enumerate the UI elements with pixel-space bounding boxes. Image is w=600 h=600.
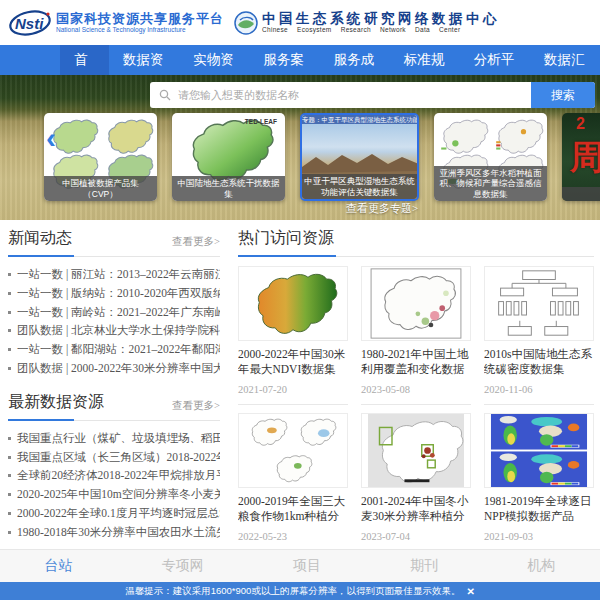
- carousel-prev-arrow-icon[interactable]: ‹: [46, 123, 56, 153]
- carousel-slide-cvp[interactable]: 中国植被数据产品集（CVP）: [44, 113, 157, 201]
- nav-item-data-aggregation[interactable]: 数据汇聚: [530, 45, 600, 75]
- latest-title: 最新数据资源: [8, 392, 104, 413]
- hot-resources-section: 热门访问资源 2000-2022年中国30米年最大NDVI数据集 2021-07…: [238, 228, 594, 549]
- main-navbar: 首页 数据资源 实物资源 服务案例 服务成效 标准规范 分析平台 数据汇聚: [0, 45, 600, 75]
- nsti-logo-icon: Nsti: [8, 7, 52, 39]
- notice-text: 温馨提示：建议采用1600*900或以上的屏幕分辨率，以得到页面最佳显示效果。: [125, 585, 460, 598]
- news-item[interactable]: 团队数据 | 2000-2022年30米分辨率中国大豆种...: [8, 359, 220, 378]
- hero-banner: 搜索 ‹ 中国植被数据产品集（CVP） TED-LEAF 中国陆地生态系统干扰数…: [0, 75, 600, 220]
- slide-topic-banner: 专题：中亚干旱区典型湿地生态系统功能评估关键数据集: [302, 115, 417, 124]
- site1-titles: 国家科技资源共享服务平台 National Science & Technolo…: [56, 12, 224, 33]
- hot-card-date: 2023-05-08: [361, 384, 471, 395]
- cern-logo-icon: [234, 11, 258, 35]
- nav-item-service-cases[interactable]: 服务案例: [249, 45, 319, 75]
- main-content: 新闻动态 查看更多> 一站一数 | 丽江站：2013–2022年云南丽江森林..…: [0, 220, 600, 549]
- carousel-slide-rice[interactable]: 亚洲季风区多年水稻种植面积、物候和产量综合遥感信息数据集: [434, 113, 547, 201]
- hot-card-grain-crops[interactable]: 2000-2019年全国三大粮食作物1km种植分布数据集 2022-05-23: [238, 413, 348, 549]
- site2-subtitle: Chinese Ecosystem Research Network Data …: [262, 26, 500, 33]
- latest-list: 我国重点行业（煤矿、垃圾填埋场、稻田）20... 我国重点区域（长三角区域）20…: [8, 429, 220, 542]
- search-button[interactable]: 搜索: [531, 82, 595, 108]
- anniversary-number: 2: [576, 115, 585, 133]
- hot-card-date: 2020-11-06: [484, 384, 594, 395]
- carousel-slide-anniversary[interactable]: 2 周 「Chi: [562, 113, 600, 201]
- news-item[interactable]: 一站一数 | 鄱阳湖站：2021–2022年鄱阳湖丰水...: [8, 340, 220, 359]
- latest-item[interactable]: 我国重点区域（长三角区域）2018-2022年甲...: [8, 448, 220, 467]
- news-item[interactable]: 一站一数 | 版纳站：2010-2020年西双版纳地区...: [8, 284, 220, 303]
- latest-more-link[interactable]: 查看更多>: [172, 399, 220, 413]
- footer-tab-projects[interactable]: 项目: [293, 557, 321, 575]
- hot-card-npp[interactable]: 1981-2019年全球逐日NPP模拟数据产品 2021-09-03: [484, 413, 594, 549]
- hot-card-title: 2001-2024年中国冬小麦30米分辨率种植分布数据集: [361, 494, 471, 524]
- winter-wheat-map-thumbnail: [361, 413, 471, 488]
- topic-carousel: 中国植被数据产品集（CVP） TED-LEAF 中国陆地生态系统干扰数据集 专题…: [0, 113, 600, 205]
- hot-card-date: 2021-07-20: [238, 384, 348, 395]
- search-bar: 搜索: [150, 82, 595, 108]
- latest-item[interactable]: 2000-2022年全球0.1度月平均逐时冠层总SIF数...: [8, 504, 220, 523]
- top-header: Nsti 国家科技资源共享服务平台 National Science & Tec…: [0, 0, 600, 45]
- news-item[interactable]: 团队数据 | 北京林业大学水土保持学院科研团...: [8, 321, 220, 340]
- footer-tab-journals[interactable]: 期刊: [410, 557, 438, 575]
- latest-section-header: 最新数据资源 查看更多>: [8, 392, 220, 421]
- ted-leaf-label: TED-LEAF: [245, 118, 277, 125]
- slide-caption: 「Chi: [562, 187, 600, 202]
- news-more-link[interactable]: 查看更多>: [172, 235, 220, 249]
- footer-tab-stations[interactable]: 台站: [45, 557, 73, 575]
- hot-card-title: 1981-2019年全球逐日NPP模拟数据产品: [484, 494, 594, 524]
- hot-card-title: 2000-2022年中国30米年最大NDVI数据集: [238, 347, 348, 377]
- hot-section-header: 热门访问资源: [238, 228, 594, 257]
- slide-caption: 中亚干旱区典型湿地生态系统功能评估关键数据集: [302, 174, 417, 199]
- hot-card-title: 2010s中国陆地生态系统碳密度数据集: [484, 347, 594, 377]
- nav-item-home[interactable]: 首页: [60, 45, 109, 75]
- svg-text:Nsti: Nsti: [15, 15, 44, 32]
- latest-item[interactable]: 我国重点行业（煤矿、垃圾填埋场、稻田）20...: [8, 429, 220, 448]
- hot-card-title: 1980-2021年中国土地利用覆盖和变化数据集: [361, 347, 471, 377]
- latest-item[interactable]: 1980-2018年30米分辨率中国农田水土流失时...: [8, 523, 220, 542]
- search-icon: [159, 89, 171, 101]
- hot-card-title: 2000-2019年全国三大粮食作物1km种植分布数据集: [238, 494, 348, 524]
- hot-title: 热门访问资源: [238, 228, 334, 249]
- site1-subtitle: National Science & Technology Infrastruc…: [56, 26, 224, 33]
- grain-crops-maps-thumbnail: [238, 413, 348, 488]
- ndvi-map-thumbnail: [238, 266, 348, 341]
- news-list: 一站一数 | 丽江站：2013–2022年云南丽江森林... 一站一数 | 版纳…: [8, 265, 220, 378]
- nav-item-analysis-platform[interactable]: 分析平台: [460, 45, 530, 75]
- footer-tab-institutions[interactable]: 机构: [527, 557, 555, 575]
- nav-item-physical-resources[interactable]: 实物资源: [179, 45, 249, 75]
- news-item[interactable]: 一站一数 | 南岭站：2021–2022年广东南岭站日...: [8, 303, 220, 322]
- hot-card-date: 2021-09-03: [484, 531, 594, 542]
- footer-tab-special-networks[interactable]: 专项网: [162, 557, 204, 575]
- resolution-notice-bar: 温馨提示：建议采用1600*900或以上的屏幕分辨率，以得到页面最佳显示效果。 …: [0, 582, 600, 600]
- hot-card-winter-wheat[interactable]: 2001-2024年中国冬小麦30米分辨率种植分布数据集 2023-07-04: [361, 413, 471, 549]
- news-section-header: 新闻动态 查看更多>: [8, 228, 220, 257]
- nav-item-standards[interactable]: 标准规范: [390, 45, 460, 75]
- slide-caption: 亚洲季风区多年水稻种植面积、物候和产量综合遥感信息数据集: [434, 166, 547, 202]
- news-title: 新闻动态: [8, 228, 72, 249]
- carousel-slide-arid-wetland[interactable]: 专题：中亚干旱区典型湿地生态系统功能评估关键数据集 中亚干旱区典型湿地生态系统功…: [300, 113, 419, 201]
- news-item[interactable]: 一站一数 | 丽江站：2013–2022年云南丽江森林...: [8, 265, 220, 284]
- slide-caption: 中国植被数据产品集（CVP）: [44, 176, 157, 201]
- hot-card-ndvi[interactable]: 2000-2022年中国30米年最大NDVI数据集 2021-07-20: [238, 266, 348, 405]
- hot-card-date: 2022-05-23: [238, 531, 348, 542]
- slide-caption: 中国陆地生态系统干扰数据集: [172, 176, 285, 201]
- close-icon[interactable]: ✕: [466, 586, 474, 597]
- more-topics-link[interactable]: 查看更多专题>: [302, 201, 462, 216]
- nav-item-service-results[interactable]: 服务成效: [319, 45, 389, 75]
- hot-card-date: 2023-07-04: [361, 531, 471, 542]
- carbon-flowchart-thumbnail: [484, 266, 594, 341]
- hot-resources-grid: 2000-2022年中国30米年最大NDVI数据集 2021-07-20 198…: [238, 266, 594, 549]
- hot-card-carbon[interactable]: 2010s中国陆地生态系统碳密度数据集 2020-11-06: [484, 266, 594, 405]
- site1-title: 国家科技资源共享服务平台: [56, 12, 224, 26]
- latest-item[interactable]: 2020-2025年中国10m空间分辨率冬小麦关键生...: [8, 485, 220, 504]
- landuse-map-thumbnail: [361, 266, 471, 341]
- footer-tab-strip: 台站 专项网 项目 期刊 机构: [0, 549, 600, 582]
- left-column: 新闻动态 查看更多> 一站一数 | 丽江站：2013–2022年云南丽江森林..…: [8, 228, 220, 549]
- carousel-slide-ted-leaf[interactable]: TED-LEAF 中国陆地生态系统干扰数据集: [172, 113, 285, 201]
- site2-title: 中国生态系统研究网络数据中心: [262, 12, 500, 27]
- anniversary-glyph: 周: [570, 135, 600, 181]
- hot-card-landuse[interactable]: 1980-2021年中国土地利用覆盖和变化数据集 2023-05-08: [361, 266, 471, 405]
- site2-titles: 中国生态系统研究网络数据中心 Chinese Ecosystem Researc…: [262, 12, 500, 34]
- search-input[interactable]: [178, 89, 531, 101]
- nav-item-data-resources[interactable]: 数据资源: [109, 45, 179, 75]
- latest-data-section: 最新数据资源 查看更多> 我国重点行业（煤矿、垃圾填埋场、稻田）20... 我国…: [8, 392, 220, 542]
- latest-item[interactable]: 全球前20经济体2018-2022年甲烷排放月平均...: [8, 466, 220, 485]
